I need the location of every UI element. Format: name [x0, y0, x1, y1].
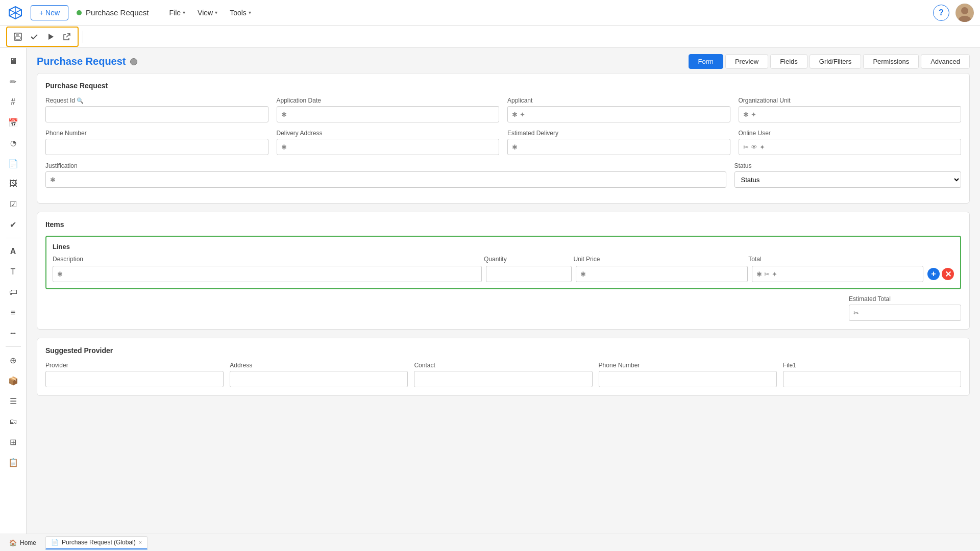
svg-point-1 [961, 7, 968, 14]
quantity-input[interactable] [486, 266, 572, 282]
unit-price-input-wrap: ✱ [576, 266, 747, 282]
online-user-label: Online User [739, 130, 962, 137]
items-section-title: Items [45, 220, 961, 229]
delivery-address-label: Delivery Address [277, 130, 500, 137]
tab-bar: Form Preview Fields Grid/Filters Permiss… [689, 54, 970, 69]
provider-input[interactable] [45, 371, 224, 387]
status-field: Status Status [734, 162, 962, 188]
tab-grid-filters[interactable]: Grid/Filters [810, 54, 862, 69]
sidebar-icon-document[interactable]: 📄 [4, 154, 22, 172]
items-section: Items Lines Description Quantity Unit Pr… [37, 212, 970, 330]
user-avatar[interactable] [955, 4, 974, 22]
justification-input[interactable]: ✱ [45, 171, 726, 188]
unit-price-icon: ✱ [580, 270, 586, 278]
estimated-total-label: Estimated Total [849, 295, 961, 303]
applicant-input[interactable]: ✱ ✦ [507, 106, 730, 122]
toolbar-group [6, 27, 79, 47]
tab-permissions[interactable]: Permissions [863, 54, 919, 69]
sidebar-icon-monitor[interactable]: 🖥 [4, 52, 22, 70]
new-button[interactable]: + New [31, 5, 68, 20]
status-select[interactable]: Status [734, 171, 962, 188]
description-input[interactable]: ✱ [53, 266, 482, 282]
provider-phone-input[interactable] [599, 371, 777, 387]
sidebar-icon-dots[interactable]: ••• [4, 324, 22, 342]
file1-input[interactable] [783, 371, 961, 387]
toolbar-divider [83, 31, 83, 43]
sidebar-icon-text-t[interactable]: T [4, 263, 22, 281]
total-input[interactable]: ✱ ✂ ✦ [752, 266, 923, 282]
svg-rect-5 [15, 37, 20, 39]
tab-fields[interactable]: Fields [770, 54, 807, 69]
quantity-input-wrap [486, 266, 572, 282]
page-status-dot [130, 58, 137, 65]
file-menu[interactable]: File ▾ [163, 6, 191, 20]
line-actions: + ✕ [927, 268, 954, 280]
file1-label: File1 [783, 362, 961, 369]
online-user-icon3: ✦ [760, 143, 765, 151]
request-id-required: 🔍 [77, 97, 84, 104]
request-id-input[interactable] [45, 106, 268, 122]
application-date-icon: ✱ [281, 111, 287, 118]
online-user-input[interactable]: ✂ 👁 ✦ [739, 139, 962, 155]
unit-price-input[interactable]: ✱ [576, 266, 747, 282]
check-button[interactable] [27, 30, 42, 44]
sidebar-icon-clock[interactable]: ◔ [4, 134, 22, 152]
document-status-dot [77, 10, 82, 15]
sidebar-icon-calendar[interactable]: 📅 [4, 113, 22, 132]
file1-field: File1 [783, 362, 961, 387]
form-row-2: Phone Number Delivery Address ✱ Estimate… [45, 130, 961, 155]
col-description-header: Description [53, 256, 480, 263]
description-icon: ✱ [57, 270, 63, 278]
phone-label: Phone Number [45, 130, 268, 137]
tab-form[interactable]: Form [689, 54, 723, 69]
sidebar-icon-plus-circle[interactable]: ⊕ [4, 351, 22, 369]
justification-icon: ✱ [50, 176, 56, 184]
remove-line-button[interactable]: ✕ [942, 268, 954, 280]
sidebar-icon-hash[interactable]: # [4, 93, 22, 111]
application-date-field: Application Date ✱ [277, 97, 500, 122]
description-input-wrap: ✱ [53, 266, 482, 282]
estimated-total-input[interactable]: ✂ [849, 305, 961, 321]
page-title-area: Purchase Request [37, 56, 137, 67]
sidebar-icon-image[interactable]: 🖼 [4, 174, 22, 193]
tools-menu[interactable]: Tools ▾ [224, 6, 257, 20]
org-unit-input[interactable]: ✱ ✦ [739, 106, 962, 122]
save-button[interactable] [10, 30, 26, 44]
delivery-address-input[interactable]: ✱ [277, 139, 500, 155]
run-button[interactable] [43, 30, 58, 44]
sidebar-icon-copy[interactable]: 📋 [4, 453, 22, 471]
org-unit-label: Organizational Unit [739, 97, 962, 104]
org-unit-field: Organizational Unit ✱ ✦ [739, 97, 962, 122]
contact-input[interactable] [414, 371, 592, 387]
total-icon2: ✂ [764, 270, 770, 278]
estimated-delivery-field: Estimated Delivery ✱ [507, 130, 730, 155]
sidebar-icon-grid[interactable]: ⊞ [4, 433, 22, 451]
col-total-header: Total [748, 256, 919, 263]
sidebar-icon-edit[interactable]: ✏ [4, 72, 22, 91]
help-button[interactable]: ? [933, 5, 949, 21]
sidebar-icon-stack[interactable]: 🗂 [4, 412, 22, 431]
justification-label: Justification [45, 162, 726, 169]
provider-row: Provider Address Contact Phone Number [45, 362, 961, 387]
sidebar-icon-check2[interactable]: ✔ [4, 215, 22, 234]
status-label: Status [734, 162, 962, 169]
tab-advanced[interactable]: Advanced [921, 54, 970, 69]
add-line-button[interactable]: + [927, 268, 940, 280]
view-menu[interactable]: View ▾ [191, 6, 224, 20]
address-input[interactable] [230, 371, 408, 387]
phone-input[interactable] [45, 139, 268, 155]
sidebar-icon-lines[interactable]: ☰ [4, 392, 22, 410]
sidebar-icon-box[interactable]: 📦 [4, 371, 22, 390]
sidebar-icon-align[interactable]: ≡ [4, 304, 22, 322]
sidebar-icon-text-a[interactable]: A [4, 242, 22, 261]
col-unitprice-header: Unit Price [573, 256, 744, 263]
sidebar-icon-tag[interactable]: 🏷 [4, 283, 22, 302]
estimated-delivery-input[interactable]: ✱ [507, 139, 730, 155]
sidebar-icon-checkbox[interactable]: ☑ [4, 195, 22, 213]
document-title-area: Purchase Request [77, 8, 149, 17]
application-date-input[interactable]: ✱ [277, 106, 500, 122]
applicant-icon2: ✦ [520, 111, 525, 118]
export-button[interactable] [59, 30, 75, 44]
tab-preview[interactable]: Preview [725, 54, 768, 69]
provider-field: Provider [45, 362, 224, 387]
